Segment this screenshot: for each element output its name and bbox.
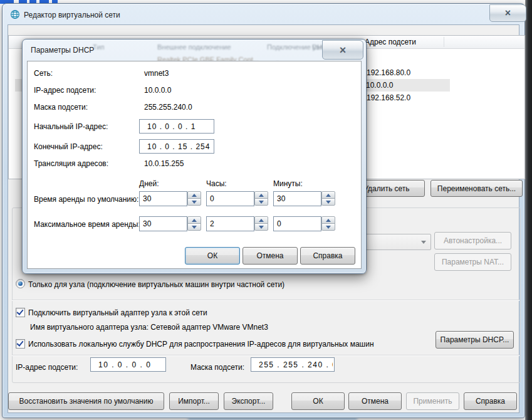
max-lease-label: Максимальное время аренды:: [34, 220, 140, 229]
connect-adapter-checkbox[interactable]: [16, 308, 25, 317]
dhcp-settings-dialog: Тип Внешнее подключение Подключение узл.…: [22, 39, 367, 274]
screen: Редактор виртуальной сети × Адрес подсет…: [0, 0, 532, 420]
spinner-down-icon: [192, 226, 197, 229]
default-lease-days-input[interactable]: [139, 191, 187, 206]
max-lease-days-spinner: [139, 216, 201, 231]
lease-days-header: Дней:: [139, 179, 159, 188]
spinner-up-icon: [326, 219, 331, 222]
spinner-up-icon: [326, 194, 331, 197]
subnet-mask-info-label: Маска подсети:: [34, 103, 88, 112]
subnet-ip-info-value: 10.0.0.0: [144, 86, 171, 95]
spinner-down-icon: [326, 226, 331, 229]
bridged-adapter-combobox: [360, 234, 431, 250]
spinner-down-button[interactable]: [187, 198, 201, 206]
spinner-up-icon: [192, 219, 197, 222]
max-lease-days-input[interactable]: [139, 216, 187, 231]
subnet-cell: 192.168.52.0: [367, 93, 410, 102]
max-lease-hours-spinner: [206, 216, 268, 231]
dialog-title: Параметры DHCP: [31, 46, 94, 55]
max-lease-minutes-spinner: [273, 216, 335, 231]
spinner-up-icon: [259, 219, 264, 222]
spinner-down-button[interactable]: [254, 223, 268, 231]
spinner-down-icon: [192, 201, 197, 204]
import-button[interactable]: Импорт...: [169, 392, 219, 410]
spinner-down-button[interactable]: [254, 198, 268, 206]
subnet-ip-input[interactable]: [90, 357, 166, 372]
use-dhcp-checkbox[interactable]: [16, 339, 25, 349]
spinner-down-button[interactable]: [187, 223, 201, 231]
default-lease-minutes-spinner: [273, 191, 335, 206]
subnet-cell: 192.168.80.0: [367, 68, 410, 77]
column-header-subnet[interactable]: Адрес подсети: [365, 38, 416, 46]
host-only-radio[interactable]: [16, 279, 25, 288]
adapter-name-line: Имя виртуального адаптера узла: Сетевой …: [30, 323, 268, 332]
default-lease-minutes-input[interactable]: [273, 191, 321, 206]
dialog-ok-button[interactable]: ОК: [185, 247, 240, 265]
subnet-ip-info-label: IP-адрес подсети:: [34, 86, 96, 95]
spinner-down-button[interactable]: [321, 223, 335, 231]
spinner-down-icon: [259, 201, 264, 204]
separator: [12, 300, 519, 300]
spinner-down-button[interactable]: [321, 198, 335, 206]
dialog-close-button[interactable]: ×: [322, 40, 363, 60]
restore-defaults-button[interactable]: Восстановить значения по умолчанию: [8, 392, 164, 410]
ok-button[interactable]: ОК: [291, 392, 345, 410]
export-button[interactable]: Экспорт...: [224, 392, 273, 410]
lease-hours-header: Часы:: [206, 179, 227, 188]
blurred-column-external: Внешнее подключение: [157, 43, 231, 51]
network-label: Сеть:: [34, 69, 53, 78]
rename-network-button[interactable]: Переименовать сеть...: [430, 180, 523, 197]
separator: [12, 355, 519, 355]
subnet-ip-label: IP-адрес подсети:: [16, 363, 78, 372]
column-separator: [444, 37, 444, 47]
autoconfig-button: Автонастройка...: [434, 232, 511, 249]
apply-button: Применить: [406, 392, 459, 410]
dialog-help-button[interactable]: Справка: [300, 247, 355, 265]
close-icon: ×: [505, 8, 511, 18]
broadcast-label: Трансляция адресов:: [34, 159, 108, 168]
default-lease-days-spinner: [139, 191, 201, 206]
window-close-button[interactable]: ×: [489, 4, 526, 22]
window-title: Редактор виртуальной сети: [24, 11, 120, 19]
check-icon: [16, 308, 23, 315]
default-lease-hours-spinner: [206, 191, 268, 206]
end-ip-label: Конечный IP-адрес:: [34, 142, 103, 151]
cancel-button[interactable]: Отмена: [348, 392, 402, 410]
dialog-cancel-button[interactable]: Отмена: [243, 247, 298, 265]
check-icon: [16, 339, 23, 347]
spinner-up-icon: [192, 194, 197, 197]
nat-settings-button: Параметры NAT...: [434, 253, 511, 271]
subnet-mask-info-value: 255.255.240.0: [144, 103, 192, 112]
blurred-column-type: Тип: [93, 43, 104, 51]
spinner-down-icon: [259, 226, 264, 229]
max-lease-hours-input[interactable]: [206, 216, 254, 231]
host-only-radio-label: Только для узла (подключение виртуальных…: [28, 280, 284, 289]
default-lease-label: Время аренды по умолчанию:: [34, 195, 138, 204]
subnet-mask-label: Маска подсети:: [190, 363, 244, 372]
start-ip-label: Начальный IP-адрес:: [34, 122, 108, 131]
network-value: vmnet3: [144, 69, 169, 78]
start-ip-input[interactable]: [139, 119, 214, 134]
radio-dot-icon: [18, 281, 23, 286]
spinner-up-icon: [259, 194, 264, 197]
broadcast-value: 10.0.15.255: [144, 159, 184, 168]
globe-icon: [10, 9, 20, 19]
lease-minutes-header: Минуты:: [273, 179, 303, 188]
desktop-edge: [525, 0, 532, 420]
help-button[interactable]: Справка: [464, 392, 517, 410]
close-icon: ×: [340, 45, 347, 56]
subnet-mask-input[interactable]: [251, 357, 335, 372]
use-dhcp-label: Использовать локальную службу DHCP для р…: [28, 340, 374, 349]
default-lease-hours-input[interactable]: [206, 191, 254, 206]
end-ip-input[interactable]: [139, 139, 214, 154]
connect-adapter-label: Подключить виртуальный адаптер узла к эт…: [28, 308, 207, 317]
chevron-down-icon: [421, 241, 426, 244]
dialog-body: Сеть: vmnet3 IP-адрес подсети: 10.0.0.0 …: [27, 61, 362, 269]
spinner-down-icon: [326, 201, 331, 204]
subnet-cell: 10.0.0.0: [366, 81, 393, 90]
max-lease-minutes-input[interactable]: [273, 216, 321, 231]
dhcp-settings-button[interactable]: Параметры DHCP...: [436, 331, 514, 349]
